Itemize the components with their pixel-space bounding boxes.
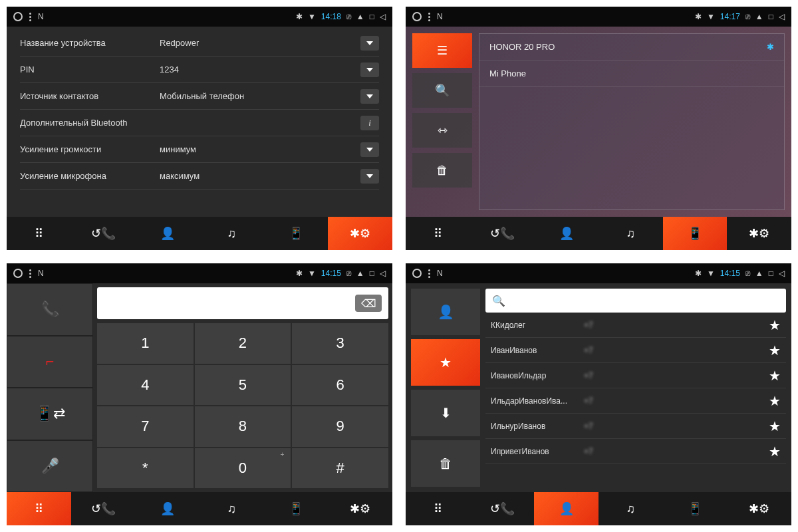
- dropdown-button[interactable]: [360, 89, 379, 104]
- eject-icon[interactable]: ▲: [356, 12, 364, 21]
- recent-icon[interactable]: □: [769, 12, 773, 21]
- favorite-star-icon[interactable]: ★: [769, 444, 781, 460]
- transfer-button[interactable]: 📱⇄: [7, 388, 93, 440]
- key-4[interactable]: 4: [97, 365, 194, 406]
- delete-button[interactable]: 🗑: [412, 153, 472, 188]
- key-0[interactable]: 0+: [195, 448, 291, 489]
- key-5[interactable]: 5: [195, 365, 291, 406]
- nav-contacts[interactable]: 👤: [135, 492, 200, 525]
- device-name: HONOR 20 PRO: [489, 42, 555, 52]
- key-*[interactable]: *: [97, 448, 194, 489]
- key-6[interactable]: 6: [292, 365, 388, 406]
- cast-icon[interactable]: ⎚: [745, 12, 750, 21]
- backspace-button[interactable]: ⌫: [355, 295, 382, 312]
- key-7[interactable]: 7: [97, 406, 194, 447]
- search-input[interactable]: 🔍: [485, 289, 786, 313]
- nav-contacts[interactable]: 👤: [534, 492, 598, 525]
- nav-bt-settings[interactable]: ✱⚙: [727, 217, 791, 250]
- hangup-button[interactable]: ⌐: [7, 336, 93, 388]
- dropdown-button[interactable]: [360, 142, 379, 157]
- recent-icon[interactable]: □: [370, 12, 374, 21]
- delete-button[interactable]: 🗑: [411, 440, 480, 487]
- download-button[interactable]: ⬇: [411, 390, 480, 436]
- contact-row[interactable]: ИльдарИвановИва... +7 ★: [485, 388, 786, 414]
- nav-bt-device[interactable]: 📱: [264, 492, 329, 525]
- nav-music[interactable]: ♫: [200, 492, 264, 525]
- device-row[interactable]: Mi Phone: [479, 61, 784, 87]
- menu-dots-icon[interactable]: [29, 13, 31, 21]
- nav-call-history[interactable]: ↺📞: [71, 492, 136, 525]
- contact-list[interactable]: ККидолег +7 ★ИванИванов +7 ★ИвановИльдар…: [485, 313, 786, 487]
- search-button[interactable]: 🔍: [412, 73, 472, 108]
- nav-contacts[interactable]: 👤: [135, 217, 200, 250]
- favorite-star-icon[interactable]: ★: [769, 342, 781, 358]
- recent-icon[interactable]: □: [370, 269, 374, 278]
- favorite-star-icon[interactable]: ★: [769, 418, 781, 434]
- setting-row[interactable]: Источник контактов Мобильный телефон: [20, 83, 379, 110]
- dropdown-button[interactable]: [360, 63, 379, 77]
- key-8[interactable]: 8: [195, 406, 291, 447]
- mic-button[interactable]: 🎤: [7, 440, 93, 493]
- nav-keypad[interactable]: ⠿: [406, 217, 470, 250]
- setting-row[interactable]: Усиление микрофона максимум: [20, 163, 379, 190]
- key-9[interactable]: 9: [292, 406, 388, 447]
- key-1[interactable]: 1: [97, 323, 194, 364]
- nav-music[interactable]: ♫: [598, 492, 663, 525]
- key-3[interactable]: 3: [292, 323, 388, 364]
- nav-bt-device[interactable]: 📱: [264, 217, 329, 250]
- eject-icon[interactable]: ▲: [755, 12, 763, 21]
- nav-music[interactable]: ♫: [598, 217, 663, 250]
- list-button[interactable]: ☰: [412, 33, 472, 68]
- setting-row[interactable]: Название устройства Redpower: [20, 30, 379, 57]
- nav-bt-settings[interactable]: ✱⚙: [328, 217, 392, 250]
- eject-icon[interactable]: ▲: [755, 269, 763, 278]
- info-icon[interactable]: i: [360, 116, 379, 130]
- back-icon[interactable]: ◁: [380, 269, 386, 278]
- nav-contacts[interactable]: 👤: [534, 217, 598, 250]
- person-button[interactable]: 👤: [411, 289, 480, 335]
- back-icon[interactable]: ◁: [779, 269, 785, 278]
- back-icon[interactable]: ◁: [380, 12, 386, 21]
- nav-music[interactable]: ♫: [200, 217, 264, 250]
- device-row[interactable]: HONOR 20 PRO✱: [479, 34, 784, 61]
- dropdown-button[interactable]: [360, 36, 379, 51]
- favorite-star-icon[interactable]: ★: [769, 317, 781, 333]
- cast-icon[interactable]: ⎚: [346, 12, 351, 21]
- nav-call-history[interactable]: ↺📞: [71, 217, 136, 250]
- favorite-star-icon[interactable]: ★: [769, 368, 781, 384]
- menu-dots-icon[interactable]: [29, 269, 31, 278]
- recent-icon[interactable]: □: [769, 269, 773, 278]
- nav-bt-settings[interactable]: ✱⚙: [727, 492, 791, 525]
- key-2[interactable]: 2: [195, 323, 291, 364]
- favorites-button[interactable]: ★: [411, 339, 480, 386]
- setting-row[interactable]: Усиление громкости минимум: [20, 136, 379, 163]
- setting-row[interactable]: Дополнительный Bluetooth i: [20, 110, 379, 136]
- dropdown-button[interactable]: [360, 169, 379, 184]
- cast-icon[interactable]: ⎚: [346, 269, 351, 278]
- nav-keypad[interactable]: ⠿: [406, 492, 470, 525]
- contact-row[interactable]: ИприветИванов +7 ★: [485, 439, 786, 464]
- nav-call-history[interactable]: ↺📞: [470, 492, 535, 525]
- key-#[interactable]: #: [292, 448, 388, 489]
- contact-row[interactable]: ИльнурИванов +7 ★: [485, 414, 786, 439]
- setting-row[interactable]: PIN 1234: [20, 57, 379, 83]
- favorite-star-icon[interactable]: ★: [769, 393, 781, 409]
- number-input[interactable]: ⌫: [97, 287, 388, 319]
- nav-keypad[interactable]: ⠿: [7, 217, 71, 250]
- answer-button[interactable]: 📞: [7, 283, 93, 336]
- menu-dots-icon[interactable]: [428, 269, 430, 278]
- nav-bt-settings[interactable]: ✱⚙: [328, 492, 392, 525]
- cast-icon[interactable]: ⎚: [745, 269, 750, 278]
- nav-keypad[interactable]: ⠿: [7, 492, 71, 525]
- nav-bt-device[interactable]: 📱: [663, 492, 728, 525]
- nav-call-history[interactable]: ↺📞: [470, 217, 535, 250]
- connect-button[interactable]: ⇿: [412, 113, 472, 148]
- contact-row[interactable]: ККидолег +7 ★: [485, 313, 786, 338]
- bottom-nav: ⠿↺📞👤♫📱✱⚙: [406, 492, 791, 525]
- contact-row[interactable]: ИванИванов +7 ★: [485, 338, 786, 363]
- contact-row[interactable]: ИвановИльдар +7 ★: [485, 363, 786, 388]
- menu-dots-icon[interactable]: [428, 13, 430, 21]
- back-icon[interactable]: ◁: [779, 12, 785, 21]
- nav-bt-device[interactable]: 📱: [663, 217, 728, 250]
- eject-icon[interactable]: ▲: [356, 269, 364, 278]
